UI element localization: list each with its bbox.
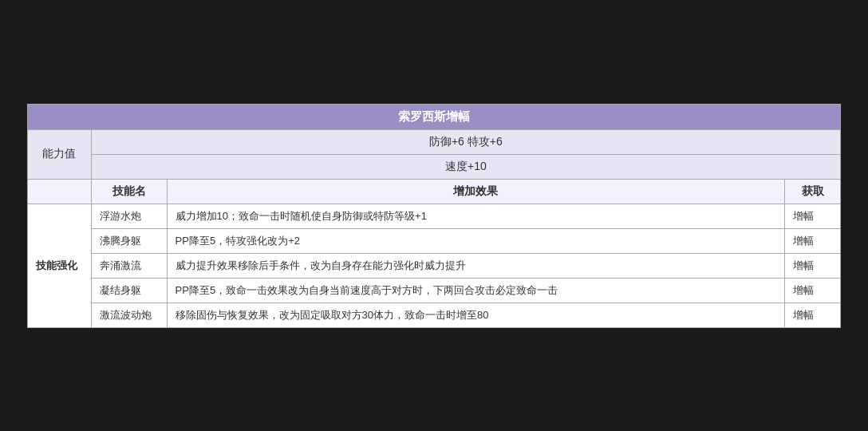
skill-acquire-0: 增幅 — [785, 204, 841, 228]
skill-acquire-1: 增幅 — [785, 228, 841, 253]
title-row: 索罗西斯增幅 — [28, 104, 841, 129]
skill-acquire-2: 增幅 — [785, 253, 841, 278]
col-effect-header: 增加效果 — [167, 179, 785, 204]
col-category-header — [28, 179, 92, 204]
col-acquire-header: 获取 — [785, 179, 841, 204]
skill-name-1: 沸腾身躯 — [91, 228, 167, 253]
stat-row-1: 能力值 防御+6 特攻+6 — [28, 129, 841, 154]
stat-speed: 速度+10 — [91, 154, 840, 179]
skill-row-2: 奔涌激流 威力提升效果移除后手条件，改为自身存在能力强化时威力提升 增幅 — [28, 253, 841, 278]
stat-defense-spatk: 防御+6 特攻+6 — [91, 129, 840, 154]
skill-name-3: 凝结身躯 — [91, 278, 167, 302]
skill-row-4: 激流波动炮 移除固伤与恢复效果，改为固定吸取对方30体力，致命一击时增至80 增… — [28, 302, 841, 327]
skill-acquire-4: 增幅 — [785, 302, 841, 327]
skill-row-1: 沸腾身躯 PP降至5，特攻强化改为+2 增幅 — [28, 228, 841, 253]
col-skill-name-header: 技能名 — [91, 179, 167, 204]
skill-category-label: 技能强化 — [28, 204, 92, 327]
skill-row-3: 凝结身躯 PP降至5，致命一击效果改为自身当前速度高于对方时，下两回合攻击必定致… — [28, 278, 841, 302]
skill-name-4: 激流波动炮 — [91, 302, 167, 327]
ability-label: 能力值 — [28, 129, 92, 179]
skill-effect-2: 威力提升效果移除后手条件，改为自身存在能力强化时威力提升 — [167, 253, 785, 278]
skill-effect-0: 威力增加10；致命一击时随机使自身防御或特防等级+1 — [167, 204, 785, 228]
skill-effect-3: PP降至5，致命一击效果改为自身当前速度高于对方时，下两回合攻击必定致命一击 — [167, 278, 785, 302]
column-header-row: 技能名 增加效果 获取 — [28, 179, 841, 204]
skill-effect-4: 移除固伤与恢复效果，改为固定吸取对方30体力，致命一击时增至80 — [167, 302, 785, 327]
skill-row-0: 技能强化 浮游水炮 威力增加10；致命一击时随机使自身防御或特防等级+1 增幅 — [28, 204, 841, 228]
skill-name-0: 浮游水炮 — [91, 204, 167, 228]
skill-effect-1: PP降至5，特攻强化改为+2 — [167, 228, 785, 253]
main-container: 索罗西斯增幅 能力值 防御+6 特攻+6 速度+10 技能名 增加效果 获取 技… — [11, 88, 857, 344]
data-table: 索罗西斯增幅 能力值 防御+6 特攻+6 速度+10 技能名 增加效果 获取 技… — [27, 104, 841, 328]
table-title: 索罗西斯增幅 — [28, 104, 841, 129]
skill-acquire-3: 增幅 — [785, 278, 841, 302]
skill-name-2: 奔涌激流 — [91, 253, 167, 278]
stat-row-2: 速度+10 — [28, 154, 841, 179]
